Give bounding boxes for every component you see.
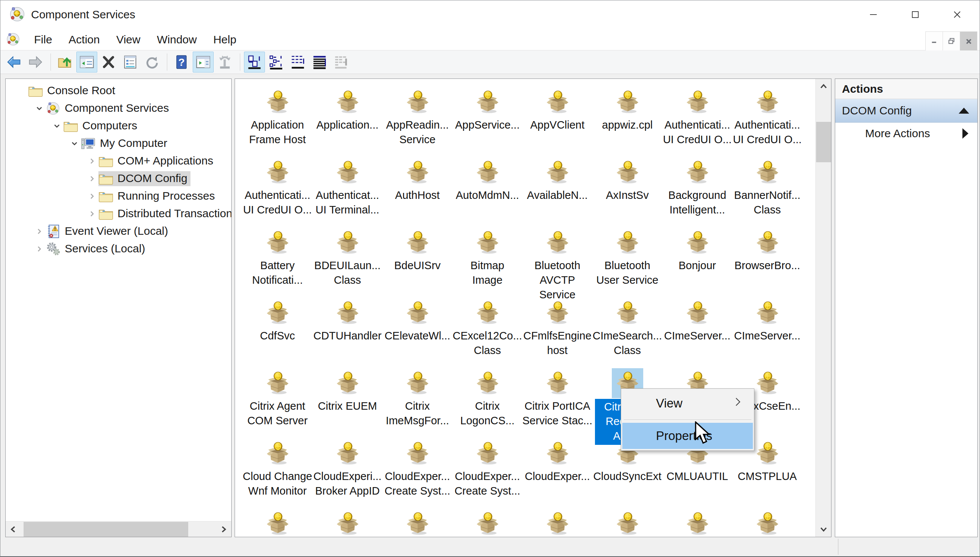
dcom-app-item[interactable]: BluetoothAVCTP Service — [523, 225, 592, 296]
status-view-button[interactable] — [331, 52, 352, 73]
dcom-app-item[interactable]: Authenticati...UI CredUI O... — [242, 155, 312, 225]
actions-section-dcom-config[interactable]: DCOM Config — [835, 99, 977, 123]
dcom-app-item[interactable] — [452, 507, 523, 537]
chevron-right-icon[interactable] — [86, 155, 98, 168]
dcom-app-item[interactable] — [523, 507, 592, 537]
chevron-down-icon[interactable] — [33, 102, 46, 115]
dcom-app-item[interactable]: CitrixLogonCS... — [452, 366, 523, 436]
maximize-button[interactable] — [894, 0, 936, 28]
minimize-button[interactable] — [853, 0, 894, 28]
dcom-app-item[interactable]: BluetoothUser Service — [592, 225, 662, 296]
tree-item-event-viewer-local-[interactable]: Event Viewer (Local) — [6, 222, 231, 240]
dcom-app-item[interactable]: CDTUHandler — [312, 296, 382, 366]
delete-button[interactable] — [98, 52, 119, 73]
scroll-down-arrow[interactable] — [816, 521, 831, 537]
dcom-app-item[interactable]: AppVClient — [523, 85, 592, 155]
tree-item-com-applications[interactable]: COM+ Applications — [6, 152, 231, 170]
chevron-right-icon[interactable] — [86, 207, 98, 220]
list-view-button[interactable] — [287, 52, 308, 73]
dcom-app-item[interactable]: ApplicationFrame Host — [242, 85, 312, 155]
dcom-app-item[interactable]: Authenticati...UI CredUI O... — [662, 85, 732, 155]
dcom-app-item[interactable]: CFmlfsEnginehost — [523, 296, 592, 366]
dcom-app-item[interactable] — [662, 507, 732, 537]
tree-item-running-processes[interactable]: Running Processes — [6, 187, 231, 205]
dcom-app-item[interactable]: BrowserBro... — [732, 225, 802, 296]
tree-item-dcom-config[interactable]: DCOM Config — [6, 170, 231, 187]
menu-file[interactable]: File — [26, 28, 60, 50]
dcom-app-item[interactable]: CdfSvc — [242, 296, 312, 366]
dcom-app-item[interactable]: AvailableN... — [523, 155, 592, 225]
child-close-button[interactable] — [960, 31, 977, 51]
dcom-app-item[interactable]: CitrixImeMsgFor... — [382, 366, 452, 436]
close-button[interactable] — [936, 0, 978, 28]
dcom-app-item[interactable]: BdeUISrv — [382, 225, 452, 296]
tree-horizontal-scrollbar[interactable] — [6, 521, 231, 537]
tree-item-console-root[interactable]: Console Root — [6, 82, 231, 99]
dcom-app-item[interactable]: Authenticat...UI Terminal... — [312, 155, 382, 225]
menu-view[interactable]: View — [108, 28, 149, 50]
up-one-level-button[interactable] — [55, 52, 75, 73]
tree-item-services-local-[interactable]: Services (Local) — [6, 240, 231, 257]
dcom-app-item[interactable] — [312, 507, 382, 537]
dcom-app-item[interactable]: BatteryNotificati... — [242, 225, 312, 296]
show-action-pane-button[interactable] — [193, 52, 214, 73]
chevron-up-icon[interactable] — [959, 107, 969, 114]
details-view-button[interactable] — [309, 52, 330, 73]
context-menu-properties[interactable]: Properties — [622, 423, 753, 449]
dcom-app-item[interactable]: Citrix PortICAService Stac... — [523, 366, 592, 436]
tree-item-component-services[interactable]: Component Services — [6, 99, 231, 117]
tree-item-my-computer[interactable]: My Computer — [6, 135, 231, 152]
chevron-right-icon[interactable] — [86, 190, 98, 203]
dcom-app-item[interactable]: AutoMdmN... — [452, 155, 523, 225]
dcom-app-item[interactable]: Citrix AgentCOM Server — [242, 366, 312, 436]
chevron-right-icon[interactable] — [33, 243, 46, 255]
dcom-app-item[interactable]: BitmapImage — [452, 225, 523, 296]
dcom-app-item[interactable]: Bonjour — [662, 225, 732, 296]
dcom-app-item[interactable]: CImeSearch...Class — [592, 296, 662, 366]
dcom-app-item[interactable]: CImeServer... — [732, 296, 802, 366]
chevron-down-icon[interactable] — [68, 137, 81, 150]
dcom-app-item[interactable]: CloudExperi...Broker AppID — [312, 436, 382, 507]
menu-help[interactable]: Help — [205, 28, 245, 50]
scrollbar-thumb[interactable] — [24, 522, 188, 537]
chevron-right-icon[interactable] — [33, 225, 46, 238]
chevron-down-icon[interactable] — [51, 120, 63, 132]
dcom-app-item[interactable] — [382, 507, 452, 537]
dcom-app-item[interactable] — [242, 507, 312, 537]
scroll-left-arrow[interactable] — [6, 521, 21, 537]
back-button[interactable] — [3, 52, 24, 73]
dcom-app-item[interactable]: Cloud ChangeWnf Monitor — [242, 436, 312, 507]
dcom-app-item[interactable]: appwiz.cpl — [592, 85, 662, 155]
dcom-app-item[interactable]: AppService... — [452, 85, 523, 155]
dcom-app-item[interactable]: Citrix EUEM — [312, 366, 382, 436]
configure-button[interactable] — [214, 52, 235, 73]
dcom-app-item[interactable]: Authenticati...UI CredUI O... — [732, 85, 802, 155]
tree-item-distributed-transaction-coo[interactable]: Distributed Transaction Coo — [6, 205, 231, 222]
properties-button[interactable] — [120, 52, 141, 73]
grid-vertical-scrollbar[interactable] — [815, 79, 831, 537]
refresh-button[interactable] — [141, 52, 162, 73]
show-console-tree-button[interactable] — [76, 52, 97, 73]
scroll-right-arrow[interactable] — [216, 521, 231, 537]
large-icons-view-button[interactable] — [244, 52, 265, 73]
context-menu-view[interactable]: View — [622, 390, 753, 417]
dcom-app-item[interactable]: BannerNotif...Class — [732, 155, 802, 225]
help-button[interactable]: ? — [171, 52, 192, 73]
dcom-app-item[interactable]: BackgroundIntelligent... — [662, 155, 732, 225]
dcom-app-item[interactable]: AxInstSv — [592, 155, 662, 225]
scrollbar-thumb[interactable] — [816, 122, 831, 162]
dcom-app-item[interactable] — [592, 507, 662, 537]
menu-action[interactable]: Action — [60, 28, 108, 50]
dcom-app-item[interactable]: CloudExper...Create Syst... — [452, 436, 523, 507]
chevron-right-icon[interactable] — [86, 172, 98, 185]
child-minimize-button[interactable] — [925, 31, 943, 51]
scroll-up-arrow[interactable] — [816, 79, 831, 94]
dcom-app-item[interactable]: CloudExper... — [523, 436, 592, 507]
dcom-app-item[interactable]: CloudExper...Create Syst... — [382, 436, 452, 507]
dcom-app-item[interactable]: AppReadin...Service — [382, 85, 452, 155]
tree-item-computers[interactable]: Computers — [6, 117, 231, 135]
forward-button[interactable] — [25, 52, 46, 73]
dcom-app-item[interactable]: AuthHost — [382, 155, 452, 225]
child-restore-button[interactable] — [942, 31, 960, 51]
more-actions-item[interactable]: More Actions — [835, 123, 977, 144]
